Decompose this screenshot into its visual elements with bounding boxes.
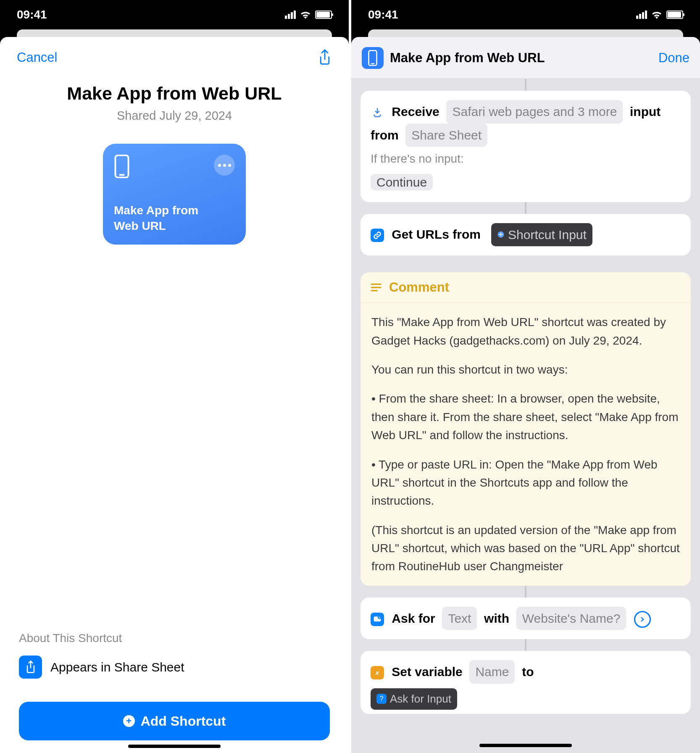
shared-date: Shared July 29, 2024 — [17, 109, 332, 123]
status-time: 09:41 — [368, 8, 398, 21]
ask-with-label: with — [484, 611, 509, 625]
wifi-icon — [651, 11, 662, 19]
actions-list[interactable]: Receive Safari web pages and 3 more inpu… — [351, 79, 700, 753]
battery-icon — [666, 11, 683, 19]
svg-text:x: x — [375, 669, 379, 676]
shortcut-tile[interactable]: Make App from Web URL — [103, 144, 246, 245]
right-screen: 09:41 Make App from Web URL Done — [351, 0, 700, 753]
expand-chevron-icon[interactable] — [634, 611, 651, 628]
wifi-icon — [300, 11, 311, 19]
battery-icon — [315, 11, 332, 19]
tile-label: Make App from Web URL — [114, 203, 235, 234]
connector-line — [525, 586, 526, 598]
cellular-icon — [285, 11, 296, 19]
shortcut-input-token[interactable]: Shortcut Input — [491, 223, 592, 247]
status-indicators — [285, 11, 332, 19]
comment-header: Comment — [389, 280, 449, 295]
magic-var-icon — [497, 231, 505, 238]
editor-title[interactable]: Make App from Web URL — [390, 50, 652, 66]
share-sheet-icon — [19, 656, 42, 679]
ask-prompt-pill[interactable]: Website's Name? — [516, 607, 626, 630]
connector-line — [525, 639, 526, 651]
comment-icon — [371, 283, 382, 292]
no-input-action-pill[interactable]: Continue — [371, 174, 433, 190]
variable-value-token[interactable]: ? Ask for Input — [371, 688, 457, 710]
setvar-verb: Set variable — [392, 665, 462, 679]
done-button[interactable]: Done — [658, 50, 689, 66]
add-shortcut-sheet: Cancel Make App from Web URL Shared July… — [0, 37, 349, 753]
connector-line — [525, 202, 526, 214]
variable-icon: x — [371, 666, 384, 679]
editor-header: Make App from Web URL Done — [351, 37, 700, 79]
shortcut-icon[interactable] — [362, 47, 384, 69]
ask-verb: Ask for — [392, 611, 435, 625]
status-indicators — [636, 11, 683, 19]
sheet-behind — [17, 29, 332, 37]
about-header: About This Shortcut — [19, 632, 330, 645]
more-button[interactable] — [214, 155, 235, 176]
setvar-to-label: to — [522, 665, 534, 679]
status-bar: 09:41 — [351, 0, 700, 29]
ask-type-pill[interactable]: Text — [442, 607, 477, 630]
receive-input-action[interactable]: Receive Safari web pages and 3 more inpu… — [361, 91, 691, 202]
add-shortcut-label: Add Shortcut — [141, 714, 226, 729]
shortcut-editor-sheet: Make App from Web URL Done Receive Safar… — [351, 37, 700, 753]
get-urls-label: Get URLs from — [392, 227, 481, 241]
status-time: 09:41 — [17, 8, 47, 21]
home-indicator[interactable] — [479, 744, 572, 747]
comment-action[interactable]: Comment This "Make App from Web URL" sho… — [361, 272, 691, 586]
cellular-icon — [636, 11, 647, 19]
left-screen: 09:41 Cancel Make App from Web URL Share… — [0, 0, 349, 753]
status-bar: 09:41 — [0, 0, 349, 29]
no-input-label: If there's no input: — [371, 149, 681, 169]
phone-icon — [114, 155, 130, 178]
ask-input-var-icon: ? — [376, 694, 387, 704]
svg-text:+: + — [379, 616, 380, 619]
ask-for-input-action[interactable]: + Ask for Text with Website's Name? — [361, 598, 691, 640]
comment-body: This "Make App from Web URL" shortcut wa… — [361, 303, 691, 586]
receive-verb: Receive — [392, 105, 439, 118]
input-types-pill[interactable]: Safari web pages and 3 more — [446, 100, 623, 124]
appears-text: Appears in Share Sheet — [50, 660, 184, 674]
add-shortcut-button[interactable]: + Add Shortcut — [19, 702, 330, 740]
page-title: Make App from Web URL — [17, 83, 332, 104]
sheet-behind — [368, 29, 683, 37]
home-indicator[interactable] — [128, 745, 221, 748]
link-icon — [371, 229, 384, 242]
ask-icon: + — [371, 613, 384, 626]
ellipsis-icon — [218, 164, 231, 167]
receive-icon — [371, 106, 384, 119]
input-source-pill[interactable]: Share Sheet — [405, 124, 487, 147]
appears-in-share-sheet-row: Appears in Share Sheet — [19, 656, 330, 679]
title-block: Make App from Web URL Shared July 29, 20… — [0, 71, 349, 127]
nav-bar: Cancel — [0, 37, 349, 71]
plus-circle-icon: + — [123, 715, 135, 727]
get-urls-action[interactable]: Get URLs from Shortcut Input — [361, 214, 691, 256]
share-button[interactable] — [318, 49, 332, 66]
variable-name-pill[interactable]: Name — [469, 660, 515, 684]
cancel-button[interactable]: Cancel — [17, 50, 58, 65]
connector-line — [525, 79, 526, 91]
set-variable-action[interactable]: x Set variable Name to ? Ask for Input — [361, 651, 691, 714]
